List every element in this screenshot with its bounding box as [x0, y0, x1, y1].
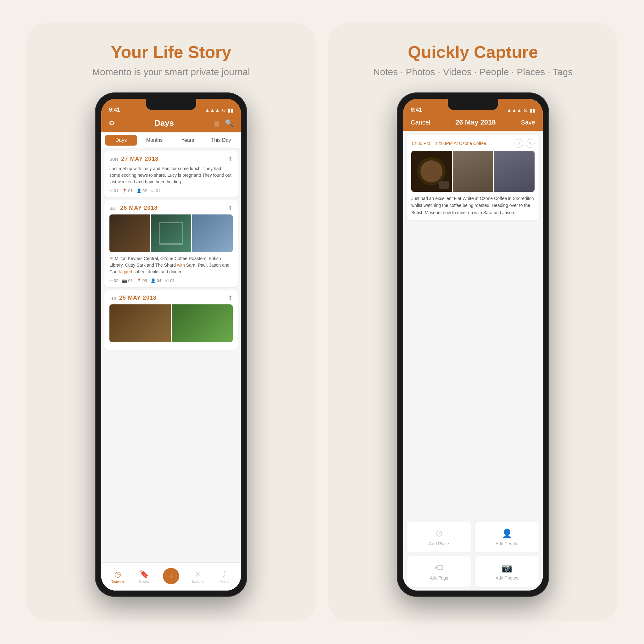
share-icon[interactable]: ⬆: [228, 155, 233, 162]
people-icon: 👤: [502, 528, 513, 539]
add-button[interactable]: +: [163, 568, 179, 584]
battery-icon: ▮▮: [530, 107, 535, 113]
wifi-icon: ⊙: [222, 107, 226, 113]
photo-1: [109, 214, 150, 252]
right-panel-subtitle: Notes · Photos · Videos · People · Place…: [373, 67, 573, 77]
place-icon: ⊙: [436, 528, 443, 539]
battery-icon: ▮▮: [228, 107, 233, 113]
tab-explore[interactable]: ✳ Explore: [184, 570, 211, 583]
entry-header: SAT 26 MAY 2018 ⬆: [109, 204, 233, 211]
interior-photo: [453, 151, 493, 192]
edit-button[interactable]: ✎: [526, 139, 535, 148]
tags-icon: 🏷: [435, 563, 443, 573]
tab-label: Feeds: [219, 580, 229, 583]
photo-dog: [109, 304, 171, 342]
right-panel: Quickly Capture Notes · Photos · Videos …: [328, 23, 618, 621]
photos-icon: 📷: [502, 563, 513, 573]
calendar-icon[interactable]: ▦: [213, 119, 220, 127]
search-icon[interactable]: 🔍: [225, 119, 233, 127]
status-icons: ▲▲▲ ⊙ ▮▮: [205, 107, 233, 113]
photo-field: [172, 304, 233, 342]
tab-feeds[interactable]: ⤴ Feeds: [211, 570, 238, 583]
share-icon[interactable]: ⬆: [228, 204, 233, 211]
tagged-keyword: tagged: [119, 269, 132, 274]
segment-bar: Days Months Years This Day: [101, 132, 241, 148]
phone-screen: 9:41 ▲▲▲ ⊙ ▮▮ ⚙ Days ▦ 🔍 Days Months: [101, 99, 241, 591]
segment-years[interactable]: Years: [172, 135, 204, 146]
meta-notes: ✏ 02: [109, 278, 118, 283]
status-icons: ▲▲▲ ⊙ ▮▮: [507, 107, 535, 113]
cancel-button[interactable]: Cancel: [411, 119, 430, 126]
nav-title: Days: [154, 118, 174, 128]
day-label: SAT: [109, 206, 117, 211]
meta-tags: 🏷 03: [165, 278, 175, 283]
tab-events[interactable]: 🔖 Events: [131, 570, 158, 583]
tab-label: Explore: [192, 580, 203, 583]
meta-notes: ✏ 01: [109, 188, 118, 193]
add-people-button[interactable]: 👤 Add People: [475, 522, 539, 552]
left-panel: Your Life Story Momento is your smart pr…: [26, 23, 316, 621]
right-phone: 9:41 ▲▲▲ ⊙ ▮▮ Cancel 26 May 2018 Save 12…: [397, 93, 548, 596]
entry-sat-26-may[interactable]: SAT 26 MAY 2018 ⬆ At Milton Keynes Centr…: [104, 200, 238, 287]
right-panel-title: Quickly Capture: [408, 42, 538, 62]
settings-icon[interactable]: ⚙: [109, 119, 115, 127]
add-photos-label: Add Photos: [496, 575, 518, 580]
wifi-icon: ⊙: [524, 107, 528, 113]
entry-sun-27-may[interactable]: SUN 27 MAY 2018 ⬆ Just met up with Lucy …: [104, 151, 238, 197]
entry-header: FRI 25 MAY 2018 ⬆: [109, 294, 233, 301]
coffee-photo: [411, 151, 452, 192]
feeds-icon: ⤴: [223, 570, 226, 579]
day-label: SUN: [109, 157, 118, 162]
content-spacer: [407, 224, 539, 516]
signal-icon: ▲▲▲: [205, 108, 220, 113]
add-tags-label: Add Tags: [430, 575, 448, 580]
add-buttons-grid: ⊙ Add Place 👤 Add People 🏷 Add Tags 📷 Ad…: [407, 522, 539, 587]
photo-grid: [109, 214, 233, 252]
tab-timeline[interactable]: ◷ Timeline: [104, 570, 131, 583]
tab-bar: ◷ Timeline 🔖 Events + ✳ Explore ⤴ Feeds: [101, 562, 241, 591]
phone-notch: [146, 99, 196, 110]
photo-2: [151, 214, 192, 252]
meta-people: 👤 02: [136, 188, 147, 193]
status-time: 9:41: [109, 107, 120, 113]
add-tags-button[interactable]: 🏷 Add Tags: [407, 556, 471, 587]
segment-months[interactable]: Months: [138, 135, 170, 146]
entry-text: At Milton Keynes Central, Ozone Coffee R…: [109, 255, 233, 275]
left-panel-subtitle: Momento is your smart private journal: [92, 67, 250, 77]
left-panel-title: Your Life Story: [111, 42, 231, 62]
day-date: 27 MAY 2018: [121, 156, 158, 162]
tab-add[interactable]: +: [158, 568, 185, 586]
day-date: 26 MAY 2018: [120, 205, 158, 211]
with-keyword: with: [177, 263, 185, 268]
entry-body: Just had an excellent Flat White at Ozon…: [411, 195, 535, 216]
save-button[interactable]: Save: [521, 119, 535, 126]
add-photos-button[interactable]: 📷 Add Photos: [475, 556, 539, 587]
entry-time-row: 12:05 PM – 12:08PM At Ozone Coffee ✕ ✎: [411, 139, 535, 148]
phone-notch: [448, 99, 498, 110]
explore-icon: ✳: [195, 570, 201, 579]
meta-photos: 📷 06: [122, 278, 132, 283]
entry-fri-25-may[interactable]: FRI 25 MAY 2018 ⬆: [104, 290, 238, 350]
delete-button[interactable]: ✕: [514, 139, 523, 148]
segment-thisday[interactable]: This Day: [205, 135, 237, 146]
add-people-label: Add People: [496, 541, 518, 546]
tab-label: Events: [139, 580, 150, 583]
meta-places: 📍 05: [136, 278, 147, 283]
share-icon[interactable]: ⬆: [228, 294, 233, 301]
add-place-button[interactable]: ⊙ Add Place: [407, 522, 471, 552]
status-time: 9:41: [411, 107, 422, 113]
nav-right-icons: ▦ 🔍: [213, 119, 233, 127]
crowd-photo: [494, 151, 535, 192]
add-place-label: Add Place: [429, 541, 449, 546]
entry-nav-title: 26 May 2018: [455, 118, 496, 126]
segment-days[interactable]: Days: [105, 135, 137, 146]
events-icon: 🔖: [140, 570, 149, 579]
entry-photos: [411, 151, 535, 192]
signal-icon: ▲▲▲: [507, 108, 522, 113]
nav-bar: ⚙ Days ▦ 🔍: [101, 116, 241, 132]
entry-time: 12:05 PM – 12:08PM At Ozone Coffee: [411, 141, 486, 146]
day-date: 25 MAY 2018: [119, 295, 157, 301]
phone-screen: 9:41 ▲▲▲ ⊙ ▮▮ Cancel 26 May 2018 Save 12…: [403, 99, 543, 591]
entry-content: 12:05 PM – 12:08PM At Ozone Coffee ✕ ✎: [403, 131, 543, 591]
timeline-icon: ◷: [114, 570, 121, 579]
